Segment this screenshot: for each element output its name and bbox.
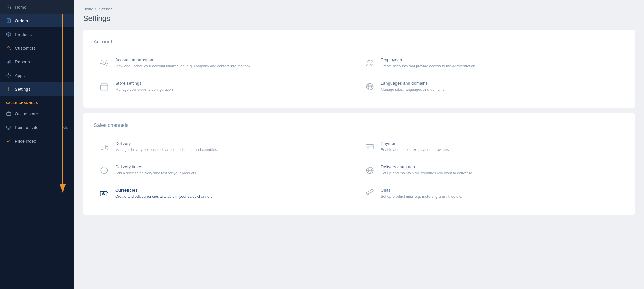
settings-icon: [6, 86, 11, 92]
online-store-icon: [6, 111, 11, 116]
svg-point-15: [65, 127, 67, 128]
delivery-countries-item[interactable]: Delivery countries Set up and maintain t…: [359, 159, 625, 182]
customers-icon: [6, 45, 11, 51]
breadcrumb-current: Settings: [99, 7, 112, 11]
languages-domains-desc: Manage sites, languages and domains.: [381, 87, 445, 92]
payment-title: Payment: [381, 141, 450, 146]
svg-point-17: [368, 60, 370, 63]
sidebar-item-products[interactable]: Products: [0, 27, 74, 41]
svg-rect-25: [366, 145, 374, 149]
store-settings-icon: [98, 81, 110, 93]
account-info-item[interactable]: Account information View and update your…: [94, 52, 359, 75]
svg-point-11: [8, 88, 9, 90]
sidebar-item-apps-label: Apps: [15, 73, 25, 78]
account-info-text: Account information View and update your…: [115, 57, 251, 69]
sidebar-item-home[interactable]: Home: [0, 0, 74, 14]
account-section-title: Account: [94, 39, 625, 45]
sidebar-item-orders[interactable]: Orders: [0, 14, 74, 27]
sidebar-item-products-label: Products: [15, 32, 32, 37]
main-content: Home > Settings Settings Account Account…: [74, 0, 644, 289]
svg-point-6: [8, 74, 9, 76]
sidebar-item-reports[interactable]: Reports: [0, 55, 74, 68]
currencies-desc: Create and edit currencies available in …: [115, 194, 213, 199]
breadcrumb-separator: >: [95, 7, 97, 11]
svg-rect-3: [7, 62, 8, 64]
sidebar-item-settings[interactable]: Settings: [0, 82, 74, 96]
languages-domains-item[interactable]: Languages and domains Manage sites, lang…: [359, 75, 625, 98]
gear-icon: [98, 57, 110, 69]
sidebar-item-home-label: Home: [15, 5, 26, 9]
sidebar-item-pos-label: Point of sale: [15, 125, 39, 130]
delivery-countries-title: Delivery countries: [381, 164, 473, 169]
sidebar-item-orders-label: Orders: [15, 18, 28, 23]
reports-icon: [6, 59, 11, 64]
eye-icon[interactable]: [63, 125, 68, 129]
delivery-item[interactable]: Delivery Manage delivery options such as…: [94, 135, 359, 159]
store-settings-text: Store settings Manage your website confi…: [115, 81, 174, 92]
clock-icon: [98, 164, 110, 176]
payment-item[interactable]: Payment Enable and customize payment pro…: [359, 135, 625, 159]
svg-rect-19: [101, 86, 108, 90]
currencies-item[interactable]: Currencies Create and edit currencies av…: [94, 182, 359, 205]
sidebar-item-online-store[interactable]: Online store: [0, 107, 74, 120]
store-settings-title: Store settings: [115, 81, 174, 86]
employees-text: Employees Create accounts that provide a…: [381, 57, 477, 69]
svg-point-24: [106, 149, 107, 150]
home-icon: [6, 4, 11, 10]
currencies-icon: [98, 188, 110, 200]
store-settings-desc: Manage your website configuration.: [115, 87, 174, 92]
page-title: Settings: [83, 14, 635, 23]
delivery-times-item[interactable]: Delivery times Add a specific delivery t…: [94, 159, 359, 182]
sales-channels-header: SALES CHANNELS: [0, 96, 74, 107]
sidebar-item-pos[interactable]: Point of sale: [0, 120, 74, 134]
sidebar-item-price-index[interactable]: Price index: [0, 134, 74, 148]
units-text: Units Set up product units e.g. meters, …: [381, 188, 462, 199]
delivery-icon: [98, 141, 110, 153]
products-icon: [6, 31, 11, 37]
svg-rect-13: [7, 126, 11, 128]
payment-text: Payment Enable and customize payment pro…: [381, 141, 450, 153]
employees-title: Employees: [381, 57, 477, 62]
store-settings-item[interactable]: Store settings Manage your website confi…: [94, 75, 359, 98]
breadcrumb: Home > Settings: [83, 7, 635, 11]
svg-rect-22: [100, 145, 106, 149]
delivery-desc: Manage delivery options such as methods,…: [115, 147, 218, 153]
svg-point-10: [10, 75, 11, 76]
languages-domains-title: Languages and domains: [381, 81, 445, 86]
account-info-title: Account information: [115, 57, 251, 62]
account-settings-grid: Account information View and update your…: [94, 52, 625, 98]
svg-point-16: [103, 62, 106, 65]
employees-icon: [364, 57, 376, 69]
sales-channels-section-title: Sales channels: [94, 122, 625, 128]
account-info-desc: View and update your account information…: [115, 63, 251, 69]
svg-point-18: [371, 61, 373, 62]
price-index-icon: [6, 138, 11, 144]
units-item[interactable]: Units Set up product units e.g. meters, …: [359, 182, 625, 205]
units-desc: Set up product units e.g. meters, grams,…: [381, 194, 462, 199]
employees-item[interactable]: Employees Create accounts that provide a…: [359, 52, 625, 75]
delivery-countries-desc: Set up and maintain the countries you wa…: [381, 170, 473, 176]
employees-desc: Create accounts that provide access to t…: [381, 63, 477, 69]
sales-channels-settings-grid: Delivery Manage delivery options such as…: [94, 135, 625, 205]
languages-domains-text: Languages and domains Manage sites, lang…: [381, 81, 445, 92]
account-card: Account Account information View and upd…: [83, 30, 635, 108]
globe-delivery-icon: [364, 164, 376, 176]
svg-rect-26: [367, 148, 369, 149]
orders-icon: [6, 18, 11, 23]
sidebar-item-customers[interactable]: Customers: [0, 41, 74, 55]
delivery-times-text: Delivery times Add a specific delivery t…: [115, 164, 197, 176]
svg-point-23: [101, 149, 102, 150]
sidebar-item-apps[interactable]: Apps: [0, 68, 74, 82]
units-title: Units: [381, 188, 462, 193]
sidebar-item-reports-label: Reports: [15, 59, 30, 64]
svg-rect-4: [8, 61, 9, 63]
svg-point-14: [64, 126, 68, 129]
sales-channels-card: Sales channels Delivery Manage delivery …: [83, 113, 635, 215]
svg-rect-0: [8, 7, 9, 9]
breadcrumb-home[interactable]: Home: [83, 7, 93, 11]
svg-rect-5: [10, 60, 11, 64]
delivery-countries-text: Delivery countries Set up and maintain t…: [381, 164, 473, 176]
payment-icon: [364, 141, 376, 153]
sidebar-item-settings-label: Settings: [15, 87, 30, 92]
currencies-text: Currencies Create and edit currencies av…: [115, 188, 213, 199]
